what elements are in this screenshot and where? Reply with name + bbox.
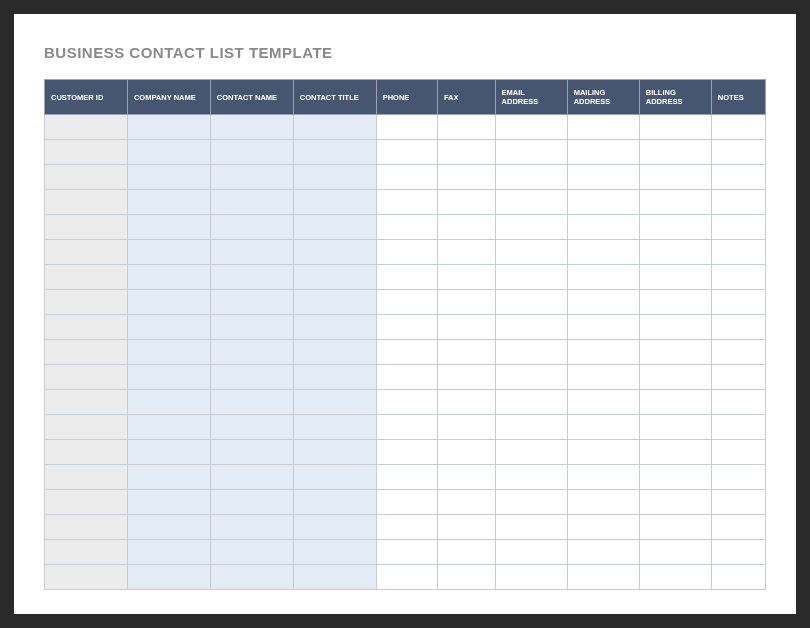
cell[interactable]: [437, 140, 495, 165]
cell[interactable]: [495, 165, 567, 190]
cell[interactable]: [293, 440, 376, 465]
cell[interactable]: [495, 265, 567, 290]
cell[interactable]: [639, 340, 711, 365]
cell[interactable]: [127, 490, 210, 515]
cell[interactable]: [376, 365, 437, 390]
cell[interactable]: [127, 365, 210, 390]
cell[interactable]: [495, 490, 567, 515]
cell[interactable]: [567, 340, 639, 365]
cell[interactable]: [567, 540, 639, 565]
cell[interactable]: [376, 415, 437, 440]
cell[interactable]: [567, 390, 639, 415]
cell[interactable]: [210, 315, 293, 340]
cell[interactable]: [127, 540, 210, 565]
cell[interactable]: [495, 440, 567, 465]
cell[interactable]: [711, 290, 765, 315]
cell[interactable]: [376, 265, 437, 290]
cell[interactable]: [376, 465, 437, 490]
cell[interactable]: [711, 365, 765, 390]
cell[interactable]: [210, 240, 293, 265]
cell[interactable]: [376, 190, 437, 215]
cell[interactable]: [45, 515, 128, 540]
cell[interactable]: [293, 390, 376, 415]
cell[interactable]: [567, 190, 639, 215]
cell[interactable]: [437, 190, 495, 215]
cell[interactable]: [376, 440, 437, 465]
cell[interactable]: [293, 490, 376, 515]
cell[interactable]: [495, 515, 567, 540]
cell[interactable]: [45, 340, 128, 365]
cell[interactable]: [495, 340, 567, 365]
cell[interactable]: [437, 565, 495, 590]
cell[interactable]: [567, 165, 639, 190]
cell[interactable]: [293, 240, 376, 265]
cell[interactable]: [437, 290, 495, 315]
cell[interactable]: [711, 240, 765, 265]
cell[interactable]: [639, 240, 711, 265]
cell[interactable]: [437, 340, 495, 365]
cell[interactable]: [45, 490, 128, 515]
cell[interactable]: [45, 290, 128, 315]
cell[interactable]: [567, 415, 639, 440]
cell[interactable]: [567, 240, 639, 265]
cell[interactable]: [127, 215, 210, 240]
cell[interactable]: [495, 465, 567, 490]
cell[interactable]: [437, 465, 495, 490]
cell[interactable]: [376, 340, 437, 365]
cell[interactable]: [567, 565, 639, 590]
cell[interactable]: [437, 390, 495, 415]
cell[interactable]: [639, 515, 711, 540]
cell[interactable]: [127, 515, 210, 540]
cell[interactable]: [711, 540, 765, 565]
cell[interactable]: [495, 565, 567, 590]
cell[interactable]: [376, 490, 437, 515]
cell[interactable]: [293, 190, 376, 215]
cell[interactable]: [711, 115, 765, 140]
cell[interactable]: [293, 515, 376, 540]
cell[interactable]: [437, 240, 495, 265]
cell[interactable]: [127, 315, 210, 340]
cell[interactable]: [639, 140, 711, 165]
cell[interactable]: [376, 215, 437, 240]
cell[interactable]: [127, 265, 210, 290]
cell[interactable]: [639, 190, 711, 215]
cell[interactable]: [127, 340, 210, 365]
cell[interactable]: [567, 215, 639, 240]
cell[interactable]: [376, 240, 437, 265]
cell[interactable]: [495, 190, 567, 215]
cell[interactable]: [495, 365, 567, 390]
cell[interactable]: [639, 115, 711, 140]
cell[interactable]: [639, 465, 711, 490]
cell[interactable]: [293, 315, 376, 340]
cell[interactable]: [376, 540, 437, 565]
cell[interactable]: [639, 490, 711, 515]
cell[interactable]: [293, 365, 376, 390]
cell[interactable]: [437, 165, 495, 190]
cell[interactable]: [293, 140, 376, 165]
cell[interactable]: [567, 115, 639, 140]
cell[interactable]: [45, 265, 128, 290]
cell[interactable]: [711, 140, 765, 165]
cell[interactable]: [437, 215, 495, 240]
cell[interactable]: [711, 390, 765, 415]
cell[interactable]: [127, 465, 210, 490]
cell[interactable]: [495, 290, 567, 315]
cell[interactable]: [711, 565, 765, 590]
cell[interactable]: [711, 465, 765, 490]
cell[interactable]: [210, 565, 293, 590]
cell[interactable]: [376, 515, 437, 540]
cell[interactable]: [567, 440, 639, 465]
cell[interactable]: [567, 315, 639, 340]
cell[interactable]: [495, 215, 567, 240]
cell[interactable]: [639, 265, 711, 290]
cell[interactable]: [437, 490, 495, 515]
cell[interactable]: [567, 465, 639, 490]
cell[interactable]: [45, 390, 128, 415]
cell[interactable]: [127, 415, 210, 440]
cell[interactable]: [567, 490, 639, 515]
cell[interactable]: [711, 515, 765, 540]
cell[interactable]: [376, 165, 437, 190]
cell[interactable]: [711, 415, 765, 440]
cell[interactable]: [127, 290, 210, 315]
cell[interactable]: [45, 315, 128, 340]
